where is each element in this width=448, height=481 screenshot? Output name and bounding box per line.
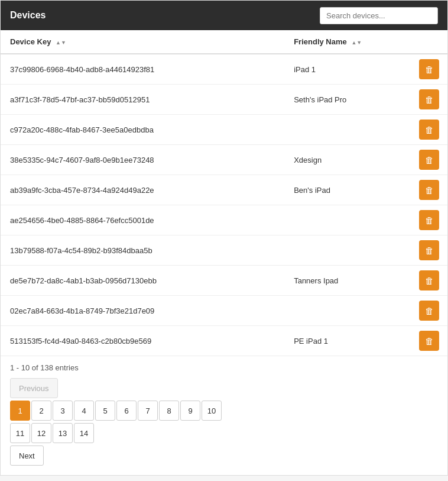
delete-button[interactable]: 🗑 (419, 180, 439, 200)
cell-device-key: 37c99806-6968-4b40-adb8-a44614923f81 (1, 54, 284, 85)
table-row: ae254656-4be0-4885-8864-76efcc5001de 🗑 (1, 205, 447, 235)
cell-friendly-name (284, 296, 411, 326)
cell-device-key: 38e5335c-94c7-4607-9af8-0e9b1ee73248 (1, 145, 284, 175)
table-row: 02ec7a84-663d-4b1a-8749-7bf3e21d7e09 🗑 (1, 296, 447, 326)
delete-button[interactable]: 🗑 (419, 240, 439, 260)
cell-device-key: a3f71c3f-78d5-47bf-ac37-bb59d0512951 (1, 85, 284, 115)
pagination-row-1: 12345678910 (10, 401, 222, 421)
cell-friendly-name: Seth's iPad Pro (284, 85, 411, 115)
pagination-row-next: Next (10, 446, 44, 466)
delete-button[interactable]: 🗑 (419, 331, 439, 351)
table-row: 37c99806-6968-4b40-adb8-a44614923f81 iPa… (1, 54, 447, 85)
delete-button[interactable]: 🗑 (419, 210, 439, 230)
cell-action: 🗑 (411, 145, 447, 175)
page-button-5[interactable]: 5 (95, 401, 115, 421)
page-button-10[interactable]: 10 (202, 401, 222, 421)
cell-device-key: c972a20c-488c-4fab-8467-3ee5a0edbdba (1, 115, 284, 145)
page-button-11[interactable]: 11 (10, 423, 30, 443)
table-row: 513153f5-fc4d-49a0-8463-c2b80cb9e569 PE … (1, 326, 447, 356)
search-input[interactable] (320, 7, 438, 24)
table-row: a3f71c3f-78d5-47bf-ac37-bb59d0512951 Set… (1, 85, 447, 115)
table-row: de5e7b72-da8c-4ab1-b3ab-0956d7130ebb Tan… (1, 266, 447, 296)
page-button-12[interactable]: 12 (31, 423, 51, 443)
cell-friendly-name: Ben's iPad (284, 175, 411, 205)
cell-friendly-name (284, 235, 411, 266)
previous-button[interactable]: Previous (10, 378, 58, 398)
table-row: 38e5335c-94c7-4607-9af8-0e9b1ee73248 Xde… (1, 145, 447, 175)
header: Devices (1, 1, 447, 30)
delete-button[interactable]: 🗑 (419, 59, 439, 79)
delete-button[interactable]: 🗑 (419, 120, 439, 140)
devices-table: Device Key ▲▼ Friendly Name ▲▼ 37c99806-… (1, 30, 447, 356)
cell-friendly-name: Tanners Ipad (284, 266, 411, 296)
page-button-9[interactable]: 9 (180, 401, 200, 421)
cell-friendly-name: iPad 1 (284, 54, 411, 85)
trash-icon: 🗑 (425, 246, 434, 256)
page-button-13[interactable]: 13 (53, 423, 73, 443)
trash-icon: 🗑 (425, 336, 434, 346)
page-button-1[interactable]: 1 (10, 401, 30, 421)
col-header-action (411, 30, 447, 54)
cell-action: 🗑 (411, 85, 447, 115)
table-row: ab39a9fc-3cba-457e-8734-4a924d49a22e Ben… (1, 175, 447, 205)
cell-action: 🗑 (411, 115, 447, 145)
cell-device-key: 513153f5-fc4d-49a0-8463-c2b80cb9e569 (1, 326, 284, 356)
delete-button[interactable]: 🗑 (419, 270, 439, 290)
cell-action: 🗑 (411, 205, 447, 235)
delete-button[interactable]: 🗑 (419, 89, 439, 109)
trash-icon: 🗑 (425, 155, 434, 165)
page-title: Devices (10, 10, 46, 21)
table-header-row: Device Key ▲▼ Friendly Name ▲▼ (1, 30, 447, 54)
trash-icon: 🗑 (425, 215, 434, 225)
cell-action: 🗑 (411, 235, 447, 266)
cell-friendly-name (284, 115, 411, 145)
page-button-2[interactable]: 2 (31, 401, 51, 421)
cell-action: 🗑 (411, 175, 447, 205)
table-row: c972a20c-488c-4fab-8467-3ee5a0edbdba 🗑 (1, 115, 447, 145)
col-header-friendly-name: Friendly Name ▲▼ (284, 30, 411, 54)
trash-icon: 🗑 (425, 185, 434, 195)
cell-friendly-name: PE iPad 1 (284, 326, 411, 356)
cell-device-key: de5e7b72-da8c-4ab1-b3ab-0956d7130ebb (1, 266, 284, 296)
page-button-8[interactable]: 8 (159, 401, 179, 421)
sort-arrows-device-key[interactable]: ▲▼ (56, 40, 66, 46)
page-button-6[interactable]: 6 (116, 401, 137, 421)
cell-action: 🗑 (411, 326, 447, 356)
delete-button[interactable]: 🗑 (419, 301, 439, 321)
table-row: 13b79588-f07a-4c54-89b2-b93f84dbaa5b 🗑 (1, 235, 447, 266)
cell-friendly-name: Xdesign (284, 145, 411, 175)
trash-icon: 🗑 (425, 64, 434, 75)
pagination: Previous 12345678910 11121314 Next (10, 378, 222, 466)
col-header-device-key: Device Key ▲▼ (1, 30, 284, 54)
pagination-row-prev: Previous (10, 378, 58, 398)
cell-device-key: ab39a9fc-3cba-457e-8734-4a924d49a22e (1, 175, 284, 205)
trash-icon: 🗑 (425, 95, 434, 105)
page-button-14[interactable]: 14 (74, 423, 94, 443)
trash-icon: 🗑 (425, 276, 434, 286)
page-button-7[interactable]: 7 (138, 401, 158, 421)
cell-friendly-name (284, 205, 411, 235)
trash-icon: 🗑 (425, 125, 434, 135)
pagination-row-2: 11121314 (10, 423, 94, 443)
sort-arrows-friendly-name[interactable]: ▲▼ (351, 40, 362, 46)
page-button-4[interactable]: 4 (74, 401, 94, 421)
cell-action: 🗑 (411, 296, 447, 326)
cell-device-key: 13b79588-f07a-4c54-89b2-b93f84dbaa5b (1, 235, 284, 266)
cell-device-key: ae254656-4be0-4885-8864-76efcc5001de (1, 205, 284, 235)
table-footer: 1 - 10 of 138 entries Previous 123456789… (1, 356, 447, 475)
next-button[interactable]: Next (10, 446, 44, 466)
cell-action: 🗑 (411, 54, 447, 85)
delete-button[interactable]: 🗑 (419, 150, 439, 170)
trash-icon: 🗑 (425, 306, 434, 316)
main-container: Devices Device Key ▲▼ Friendly Name ▲▼ 3… (0, 0, 448, 476)
page-button-3[interactable]: 3 (53, 401, 73, 421)
cell-device-key: 02ec7a84-663d-4b1a-8749-7bf3e21d7e09 (1, 296, 284, 326)
cell-action: 🗑 (411, 266, 447, 296)
entries-info: 1 - 10 of 138 entries (10, 363, 79, 372)
